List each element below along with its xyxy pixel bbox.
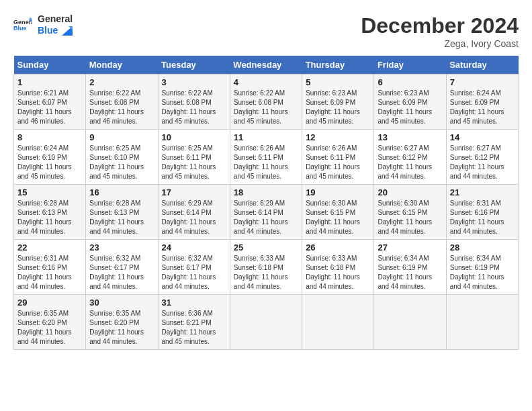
blue-triangle-icon <box>62 26 73 36</box>
table-row: 8Sunrise: 6:24 AMSunset: 6:10 PMDaylight… <box>14 130 86 185</box>
table-row: 12Sunrise: 6:26 AMSunset: 6:11 PMDayligh… <box>302 130 374 185</box>
table-row: 14Sunrise: 6:27 AMSunset: 6:12 PMDayligh… <box>446 130 518 185</box>
table-row: 16Sunrise: 6:28 AMSunset: 6:13 PMDayligh… <box>86 185 158 240</box>
col-monday: Monday <box>86 56 158 75</box>
location: Zega, Ivory Coast <box>361 38 519 49</box>
col-thursday: Thursday <box>302 56 374 75</box>
table-row: 17Sunrise: 6:29 AMSunset: 6:14 PMDayligh… <box>158 185 230 240</box>
table-row: 27Sunrise: 6:34 AMSunset: 6:19 PMDayligh… <box>374 240 446 295</box>
table-row: 21Sunrise: 6:31 AMSunset: 6:16 PMDayligh… <box>446 185 518 240</box>
table-row: 31Sunrise: 6:36 AMSunset: 6:21 PMDayligh… <box>158 295 230 350</box>
table-row: 7Sunrise: 6:24 AMSunset: 6:09 PMDaylight… <box>446 75 518 130</box>
col-tuesday: Tuesday <box>158 56 230 75</box>
table-row <box>230 295 302 350</box>
calendar-header-row: Sunday Monday Tuesday Wednesday Thursday… <box>14 56 519 75</box>
svg-text:Blue: Blue <box>13 25 27 32</box>
col-friday: Friday <box>374 56 446 75</box>
table-row: 19Sunrise: 6:30 AMSunset: 6:15 PMDayligh… <box>302 185 374 240</box>
table-row: 25Sunrise: 6:33 AMSunset: 6:18 PMDayligh… <box>230 240 302 295</box>
table-row: 13Sunrise: 6:27 AMSunset: 6:12 PMDayligh… <box>374 130 446 185</box>
table-row: 28Sunrise: 6:34 AMSunset: 6:19 PMDayligh… <box>446 240 518 295</box>
col-saturday: Saturday <box>446 56 518 75</box>
table-row: 26Sunrise: 6:33 AMSunset: 6:18 PMDayligh… <box>302 240 374 295</box>
table-row <box>374 295 446 350</box>
table-row: 1Sunrise: 6:21 AMSunset: 6:07 PMDaylight… <box>14 75 86 130</box>
table-row: 30Sunrise: 6:35 AMSunset: 6:20 PMDayligh… <box>86 295 158 350</box>
table-row: 9Sunrise: 6:25 AMSunset: 6:10 PMDaylight… <box>86 130 158 185</box>
calendar-table: Sunday Monday Tuesday Wednesday Thursday… <box>13 56 519 350</box>
table-row: 5Sunrise: 6:23 AMSunset: 6:09 PMDaylight… <box>302 75 374 130</box>
table-row: 22Sunrise: 6:31 AMSunset: 6:16 PMDayligh… <box>14 240 86 295</box>
table-row: 24Sunrise: 6:32 AMSunset: 6:17 PMDayligh… <box>158 240 230 295</box>
table-row: 29Sunrise: 6:35 AMSunset: 6:20 PMDayligh… <box>14 295 86 350</box>
table-row: 20Sunrise: 6:30 AMSunset: 6:15 PMDayligh… <box>374 185 446 240</box>
table-row: 2Sunrise: 6:22 AMSunset: 6:08 PMDaylight… <box>86 75 158 130</box>
logo: General Blue General Blue <box>13 13 73 36</box>
table-row: 4Sunrise: 6:22 AMSunset: 6:08 PMDaylight… <box>230 75 302 130</box>
table-row: 18Sunrise: 6:29 AMSunset: 6:14 PMDayligh… <box>230 185 302 240</box>
title-block: December 2024 Zega, Ivory Coast <box>361 13 519 49</box>
page-header: General Blue General Blue December 2024 … <box>13 13 519 49</box>
col-sunday: Sunday <box>14 56 86 75</box>
table-row: 11Sunrise: 6:26 AMSunset: 6:11 PMDayligh… <box>230 130 302 185</box>
table-row: 6Sunrise: 6:23 AMSunset: 6:09 PMDaylight… <box>374 75 446 130</box>
table-row: 3Sunrise: 6:22 AMSunset: 6:08 PMDaylight… <box>158 75 230 130</box>
col-wednesday: Wednesday <box>230 56 302 75</box>
table-row <box>302 295 374 350</box>
table-row: 23Sunrise: 6:32 AMSunset: 6:17 PMDayligh… <box>86 240 158 295</box>
table-row <box>446 295 518 350</box>
month-title: December 2024 <box>361 13 519 38</box>
table-row: 15Sunrise: 6:28 AMSunset: 6:13 PMDayligh… <box>14 185 86 240</box>
logo-icon: General Blue <box>13 15 32 34</box>
table-row: 10Sunrise: 6:25 AMSunset: 6:11 PMDayligh… <box>158 130 230 185</box>
